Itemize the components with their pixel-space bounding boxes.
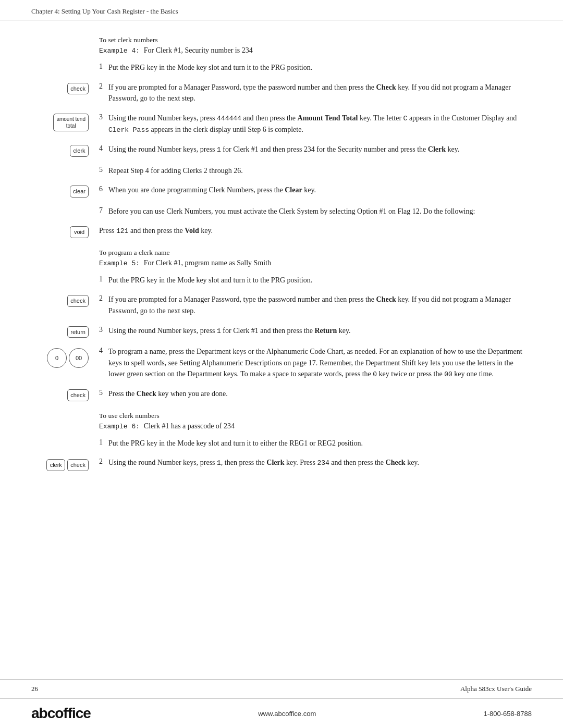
section1-example: Example 4: For Clerk #1, Security number… bbox=[99, 46, 532, 55]
page-header: Chapter 4: Setting Up Your Cash Register… bbox=[0, 0, 563, 20]
example-text-3: Clerk #1 has a passcode of 234 bbox=[144, 422, 235, 430]
step-1-7: 7 Before you can use Clerk Numbers, you … bbox=[31, 206, 532, 217]
example-label-3: Example 6: bbox=[99, 423, 144, 430]
step-text-2-4: To program a name, press the Department … bbox=[108, 346, 532, 380]
return-key: return bbox=[67, 326, 89, 338]
page: Chapter 4: Setting Up Your Cash Register… bbox=[0, 0, 563, 728]
step-text-1-1: Put the PRG key in the Mode key slot and… bbox=[108, 62, 532, 73]
section2: To program a clerk name Example 5: For C… bbox=[31, 249, 532, 401]
step-num-3-2: 2 bbox=[99, 457, 108, 466]
step-text-1-3: Using the round Number keys, press 44444… bbox=[108, 113, 532, 135]
step-2-3: return 3 Using the round Number keys, pr… bbox=[31, 325, 532, 338]
example-label-1: Example 4: bbox=[99, 47, 144, 55]
step-1-4: clerk 4 Using the round Number keys, pre… bbox=[31, 144, 532, 156]
step-1-6: clear 6 When you are done programming Cl… bbox=[31, 184, 532, 197]
step-text-2-1: Put the PRG key in the Mode key slot and… bbox=[108, 275, 532, 286]
section2-example: Example 5: For Clerk #1, program name as… bbox=[99, 259, 532, 267]
step-2-2: check 2 If you are prompted for a Manage… bbox=[31, 294, 532, 316]
check-key-3: check bbox=[67, 389, 89, 401]
step-num-1-2: 2 bbox=[99, 82, 108, 91]
step-3-1: 1 Put the PRG key in the Mode key slot a… bbox=[31, 438, 532, 449]
step-num-2-5: 5 bbox=[99, 388, 108, 397]
page-footer: 26 Alpha 583cx User's Guide bbox=[0, 679, 563, 698]
step-text-3-1: Put the PRG key in the Mode key slot and… bbox=[108, 438, 532, 449]
key-zone-void: void bbox=[31, 225, 99, 238]
zero-key: 0 bbox=[47, 348, 67, 368]
section3: To use clerk numbers Example 6: Clerk #1… bbox=[31, 412, 532, 471]
step-num-3-1: 1 bbox=[99, 438, 108, 447]
key-zone-1-7 bbox=[31, 206, 99, 207]
section1: To set clerk numbers Example 4: For Cler… bbox=[31, 36, 532, 238]
main-content: To set clerk numbers Example 4: For Cler… bbox=[0, 20, 563, 679]
key-zone-1-2: check bbox=[31, 82, 99, 94]
step-num-1-6: 6 bbox=[99, 184, 108, 193]
key-zone-1-3: amount tendtotal bbox=[31, 113, 99, 131]
void-key: void bbox=[70, 226, 89, 238]
step-num-1-4: 4 bbox=[99, 144, 108, 153]
double-zero-key: 00 bbox=[69, 348, 89, 368]
step-2-5: check 5 Press the Check key when you are… bbox=[31, 388, 532, 401]
clerk-key-2: clerk bbox=[46, 459, 65, 471]
step-text-1-4: Using the round Number keys, press 1 for… bbox=[108, 144, 532, 155]
key-zone-1-5 bbox=[31, 165, 99, 166]
step-text-1-5: Repeat Step 4 for adding Clerks 2 throug… bbox=[108, 165, 532, 177]
section2-heading: To program a clerk name bbox=[99, 249, 532, 257]
step-1-1: 1 Put the PRG key in the Mode key slot a… bbox=[31, 62, 532, 73]
key-zone-2-3: return bbox=[31, 325, 99, 338]
brand-name: abcoffice bbox=[31, 705, 91, 722]
footer-title: Alpha 583cx User's Guide bbox=[460, 685, 532, 693]
key-zone-2-1 bbox=[31, 275, 99, 276]
step-1-5: 5 Repeat Step 4 for adding Clerks 2 thro… bbox=[31, 165, 532, 177]
clerk-key-1: clerk bbox=[70, 145, 89, 156]
step-num-1-3: 3 bbox=[99, 113, 108, 121]
check-key-2: check bbox=[67, 295, 89, 306]
section3-example: Example 6: Clerk #1 has a passcode of 23… bbox=[99, 422, 532, 430]
brand-url: www.abcoffice.com bbox=[258, 710, 316, 718]
step-num-2-3: 3 bbox=[99, 325, 108, 334]
step-text-2-5: Press the Check key when you are done. bbox=[108, 388, 532, 400]
amount-tend-key: amount tendtotal bbox=[53, 114, 89, 131]
check-key-4: check bbox=[67, 459, 89, 471]
footer-page-number: 26 bbox=[31, 685, 38, 693]
brand-bar: abcoffice www.abcoffice.com 1-800-658-87… bbox=[0, 698, 563, 728]
key-zone-3-1 bbox=[31, 438, 99, 439]
chapter-title: Chapter 4: Setting Up Your Cash Register… bbox=[31, 7, 178, 16]
key-zone-2-5: check bbox=[31, 388, 99, 401]
check-key-1: check bbox=[67, 83, 89, 94]
step-text-1-2: If you are prompted for a Manager Passwo… bbox=[108, 82, 532, 104]
step-num-2-2: 2 bbox=[99, 294, 108, 303]
void-text: Press 121 and then press the Void key. bbox=[99, 225, 532, 237]
brand-phone: 1-800-658-8788 bbox=[483, 710, 532, 718]
key-zone-1-1 bbox=[31, 62, 99, 63]
step-text-3-2: Using the round Number keys, press 1, th… bbox=[108, 457, 532, 468]
step-text-1-6: When you are done programming Clerk Numb… bbox=[108, 184, 532, 196]
step-3-2: clerk check 2 Using the round Number key… bbox=[31, 457, 532, 471]
step-2-4: 0 00 4 To program a name, press the Depa… bbox=[31, 346, 532, 380]
step-1-2: check 2 If you are prompted for a Manage… bbox=[31, 82, 532, 104]
key-zone-2-2: check bbox=[31, 294, 99, 306]
key-zone-1-6: clear bbox=[31, 184, 99, 197]
step-2-1: 1 Put the PRG key in the Mode key slot a… bbox=[31, 275, 532, 286]
section3-heading: To use clerk numbers bbox=[99, 412, 532, 420]
example-text-2: For Clerk #1, program name as Sally Smit… bbox=[144, 259, 271, 267]
step-num-2-4: 4 bbox=[99, 346, 108, 355]
void-row: void Press 121 and then press the Void k… bbox=[31, 225, 532, 238]
step-num-1-1: 1 bbox=[99, 62, 108, 71]
key-zone-1-4: clerk bbox=[31, 144, 99, 156]
step-num-2-1: 1 bbox=[99, 275, 108, 283]
example-label-2: Example 5: bbox=[99, 260, 144, 267]
key-zone-3-2: clerk check bbox=[31, 457, 99, 471]
step-1-3: amount tendtotal 3 Using the round Numbe… bbox=[31, 113, 532, 135]
example-text-1: For Clerk #1, Security number is 234 bbox=[144, 46, 253, 54]
clear-key: clear bbox=[70, 186, 89, 197]
step-text-2-3: Using the round Number keys, press 1 for… bbox=[108, 325, 532, 337]
step-text-1-7: Before you can use Clerk Numbers, you mu… bbox=[108, 206, 532, 217]
step-text-2-2: If you are prompted for a Manager Passwo… bbox=[108, 294, 532, 316]
key-zone-2-4: 0 00 bbox=[31, 346, 99, 368]
step-num-1-7: 7 bbox=[99, 206, 108, 215]
section1-heading: To set clerk numbers bbox=[99, 36, 532, 44]
step-num-1-5: 5 bbox=[99, 165, 108, 174]
